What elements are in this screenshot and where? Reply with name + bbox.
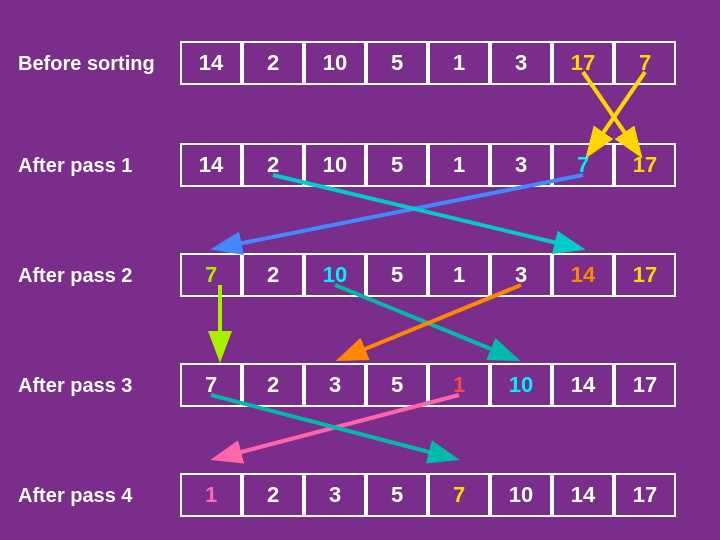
- cells-after-pass-2: 72105131417: [180, 253, 676, 297]
- cells-after-pass-3: 72351101417: [180, 363, 676, 407]
- cell-after-pass-4-3: 5: [366, 473, 428, 517]
- cell-after-pass-4-5: 10: [490, 473, 552, 517]
- cell-after-pass-3-1: 2: [242, 363, 304, 407]
- cell-after-pass-3-2: 3: [304, 363, 366, 407]
- cell-after-pass-2-7: 17: [614, 253, 676, 297]
- cell-before-sorting-5: 3: [490, 41, 552, 85]
- cell-after-pass-4-0: 1: [180, 473, 242, 517]
- cell-after-pass-2-6: 14: [552, 253, 614, 297]
- cell-after-pass-1-4: 1: [428, 143, 490, 187]
- cell-after-pass-1-1: 2: [242, 143, 304, 187]
- cell-before-sorting-4: 1: [428, 41, 490, 85]
- cell-after-pass-4-4: 7: [428, 473, 490, 517]
- row-label-after-pass-1: After pass 1: [0, 154, 180, 177]
- cell-after-pass-2-3: 5: [366, 253, 428, 297]
- cells-before-sorting: 14210513177: [180, 41, 676, 85]
- cell-after-pass-4-7: 17: [614, 473, 676, 517]
- cell-after-pass-1-6: 7: [552, 143, 614, 187]
- cell-after-pass-1-5: 3: [490, 143, 552, 187]
- row-before-sorting: Before sorting14210513177: [0, 28, 720, 98]
- cell-after-pass-3-6: 14: [552, 363, 614, 407]
- cell-after-pass-3-7: 17: [614, 363, 676, 407]
- cell-before-sorting-2: 10: [304, 41, 366, 85]
- cell-after-pass-3-5: 10: [490, 363, 552, 407]
- row-after-pass-4: After pass 412357101417: [0, 460, 720, 530]
- cell-after-pass-1-2: 10: [304, 143, 366, 187]
- cell-after-pass-2-0: 7: [180, 253, 242, 297]
- cell-after-pass-1-7: 17: [614, 143, 676, 187]
- cell-after-pass-1-3: 5: [366, 143, 428, 187]
- row-after-pass-1: After pass 114210513717: [0, 130, 720, 200]
- cells-after-pass-1: 14210513717: [180, 143, 676, 187]
- row-label-after-pass-2: After pass 2: [0, 264, 180, 287]
- cell-before-sorting-6: 17: [552, 41, 614, 85]
- row-label-before-sorting: Before sorting: [0, 52, 180, 75]
- cell-after-pass-3-0: 7: [180, 363, 242, 407]
- row-label-after-pass-4: After pass 4: [0, 484, 180, 507]
- cell-after-pass-2-2: 10: [304, 253, 366, 297]
- cell-before-sorting-3: 5: [366, 41, 428, 85]
- cell-after-pass-2-4: 1: [428, 253, 490, 297]
- cell-after-pass-4-2: 3: [304, 473, 366, 517]
- cells-after-pass-4: 12357101417: [180, 473, 676, 517]
- cell-after-pass-2-5: 3: [490, 253, 552, 297]
- cell-before-sorting-0: 14: [180, 41, 242, 85]
- cell-after-pass-3-3: 5: [366, 363, 428, 407]
- cell-after-pass-1-0: 14: [180, 143, 242, 187]
- cell-after-pass-4-6: 14: [552, 473, 614, 517]
- cell-before-sorting-1: 2: [242, 41, 304, 85]
- cell-after-pass-4-1: 2: [242, 473, 304, 517]
- cell-before-sorting-7: 7: [614, 41, 676, 85]
- row-after-pass-3: After pass 372351101417: [0, 350, 720, 420]
- row-after-pass-2: After pass 272105131417: [0, 240, 720, 310]
- row-label-after-pass-3: After pass 3: [0, 374, 180, 397]
- cell-after-pass-3-4: 1: [428, 363, 490, 407]
- main-container: Before sorting14210513177After pass 1142…: [0, 0, 720, 540]
- cell-after-pass-2-1: 2: [242, 253, 304, 297]
